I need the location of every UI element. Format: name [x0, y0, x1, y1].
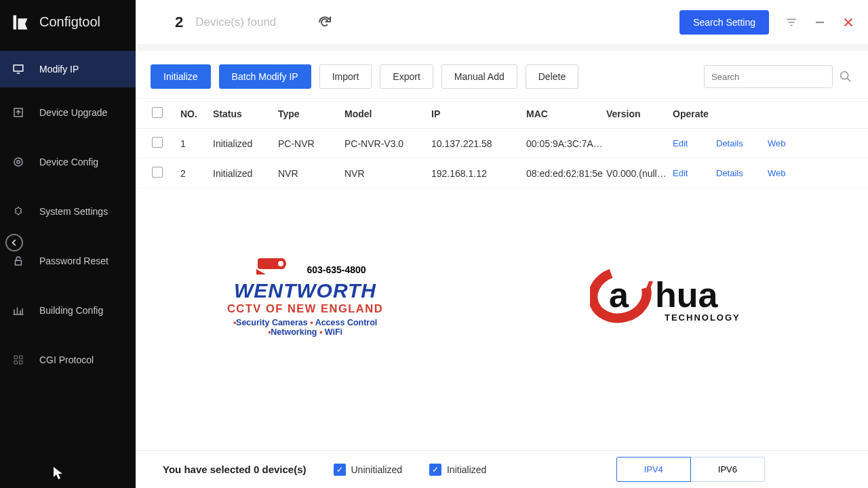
- selected-count: You have selected 0 device(s): [163, 464, 307, 475]
- sidebar-item-system-settings[interactable]: System Settings: [0, 186, 136, 236]
- delete-button[interactable]: Delete: [526, 64, 578, 89]
- web-link[interactable]: Web: [768, 168, 806, 178]
- sidebar-item-label: CGI Protocol: [39, 354, 94, 365]
- search-setting-button[interactable]: Search Setting: [679, 10, 769, 35]
- checkbox-checked-icon: ✓: [334, 464, 346, 476]
- toolbar: Initialize Batch Modify IP Import Export…: [136, 51, 868, 98]
- ipv6-button[interactable]: IPV6: [691, 457, 765, 482]
- row-checkbox[interactable]: [152, 167, 163, 178]
- wentworth-sub: CCTV OF NEW ENGLAND: [210, 302, 400, 315]
- topbar: 2 Device(s) found Search Setting: [136, 0, 868, 44]
- col-operate: Operate: [673, 108, 806, 119]
- device-table: NO. Status Type Model IP MAC Version Ope…: [136, 98, 868, 188]
- svg-text:/: /: [639, 275, 654, 314]
- wentworth-tags: ▪Security Cameras ▪ Access Control ▪Netw…: [210, 318, 400, 337]
- svg-rect-6: [20, 356, 23, 359]
- cell-model: PC-NVR-V3.0: [344, 138, 431, 149]
- sidebar-item-label: Modify IP: [39, 64, 79, 75]
- search-wrap: [704, 65, 853, 88]
- collapse-sidebar-button[interactable]: [5, 234, 23, 251]
- batch-modify-ip-button[interactable]: Batch Modify IP: [219, 64, 311, 89]
- edit-link[interactable]: Edit: [673, 138, 716, 148]
- col-type: Type: [278, 108, 344, 119]
- svg-rect-5: [14, 356, 18, 359]
- cell-mac: 00:05:9A:3C:7A…: [526, 138, 606, 149]
- web-link[interactable]: Web: [768, 138, 806, 148]
- sidebar-item-building-config[interactable]: Building Config: [0, 285, 136, 335]
- sidebar-item-modify-ip[interactable]: Modify IP: [0, 51, 136, 87]
- cell-ip: 10.137.221.58: [431, 138, 526, 149]
- cursor-icon: [53, 466, 64, 480]
- table-header: NO. Status Type Model IP MAC Version Ope…: [136, 98, 868, 129]
- dahua-logo: a / hua TECHNOLOGY: [590, 268, 780, 337]
- ip-version-segment: IPV4 IPV6: [616, 457, 765, 482]
- edit-link[interactable]: Edit: [673, 168, 716, 178]
- col-version: Version: [606, 108, 673, 119]
- lock-icon: [12, 255, 24, 267]
- main: 2 Device(s) found Search Setting Initial…: [136, 0, 868, 488]
- details-link[interactable]: Details: [716, 168, 768, 178]
- close-button[interactable]: [842, 16, 854, 28]
- upgrade-icon: [12, 106, 24, 119]
- sidebar-item-label: Device Config: [39, 157, 98, 167]
- export-button[interactable]: Export: [380, 64, 433, 89]
- import-button[interactable]: Import: [319, 64, 372, 89]
- col-mac: MAC: [526, 108, 606, 119]
- watermark-logos: 603-635-4800 WENTWORTH CCTV OF NEW ENGLA…: [136, 254, 868, 337]
- filter-icon[interactable]: [785, 16, 797, 28]
- initialize-button[interactable]: Initialize: [151, 64, 211, 89]
- content-panel: Initialize Batch Modify IP Import Export…: [136, 51, 868, 488]
- device-count: 2: [175, 14, 183, 31]
- uninitialized-label: Uninitialized: [351, 464, 402, 475]
- cell-ip: 192.168.1.12: [431, 168, 526, 179]
- col-model: Model: [344, 108, 431, 119]
- initialized-label: Initialized: [447, 464, 486, 475]
- sidebar-item-device-upgrade[interactable]: Device Upgrade: [0, 87, 136, 137]
- window-controls: [785, 16, 854, 28]
- search-button[interactable]: [838, 69, 853, 84]
- device-found-label: Device(s) found: [195, 16, 276, 29]
- sidebar-item-label: Password Reset: [39, 256, 108, 266]
- cell-status: Initialized: [213, 168, 278, 179]
- svg-point-9: [841, 72, 848, 79]
- svg-point-3: [17, 160, 20, 163]
- row-checkbox[interactable]: [152, 137, 163, 148]
- target-icon: [12, 156, 24, 168]
- col-no: NO.: [180, 108, 213, 119]
- manual-add-button[interactable]: Manual Add: [441, 64, 517, 89]
- refresh-icon: [317, 14, 333, 30]
- cell-no: 1: [180, 138, 213, 149]
- svg-text:TECHNOLOGY: TECHNOLOGY: [665, 312, 741, 323]
- refresh-button[interactable]: [317, 14, 333, 30]
- cell-type: PC-NVR: [278, 138, 344, 149]
- cell-status: Initialized: [213, 138, 278, 149]
- cell-model: NVR: [344, 168, 431, 179]
- svg-point-2: [14, 158, 22, 166]
- initialized-filter[interactable]: ✓ Initialized: [429, 464, 486, 476]
- checkbox-checked-icon: ✓: [429, 464, 441, 476]
- svg-rect-7: [14, 361, 18, 364]
- sidebar: Configtool Modify IP Device Upgrade Devi…: [0, 0, 136, 488]
- sidebar-item-cgi-protocol[interactable]: CGI Protocol: [0, 335, 136, 384]
- wentworth-phone: 603-635-4800: [307, 264, 366, 275]
- cell-mac: 08:ed:ed:62:81:5e: [526, 168, 606, 179]
- cell-type: NVR: [278, 168, 344, 179]
- select-all-checkbox[interactable]: [152, 107, 163, 118]
- uninitialized-filter[interactable]: ✓ Uninitialized: [334, 464, 402, 476]
- sidebar-item-device-config[interactable]: Device Config: [0, 137, 136, 186]
- sidebar-item-label: Building Config: [39, 305, 103, 316]
- search-input[interactable]: [704, 65, 833, 88]
- wentworth-logo: 603-635-4800 WENTWORTH CCTV OF NEW ENGLA…: [210, 254, 400, 337]
- sidebar-item-label: System Settings: [39, 206, 108, 217]
- brand-icon: [11, 13, 30, 32]
- col-ip: IP: [431, 108, 526, 119]
- minimize-button[interactable]: [814, 16, 826, 28]
- svg-point-12: [278, 261, 283, 266]
- details-link[interactable]: Details: [716, 138, 768, 148]
- cell-version: V0.000.(null…: [606, 168, 673, 179]
- svg-rect-0: [14, 65, 23, 71]
- cell-no: 2: [180, 168, 213, 179]
- gear-icon: [12, 205, 24, 218]
- sidebar-item-label: Device Upgrade: [39, 107, 107, 118]
- ipv4-button[interactable]: IPV4: [616, 457, 691, 482]
